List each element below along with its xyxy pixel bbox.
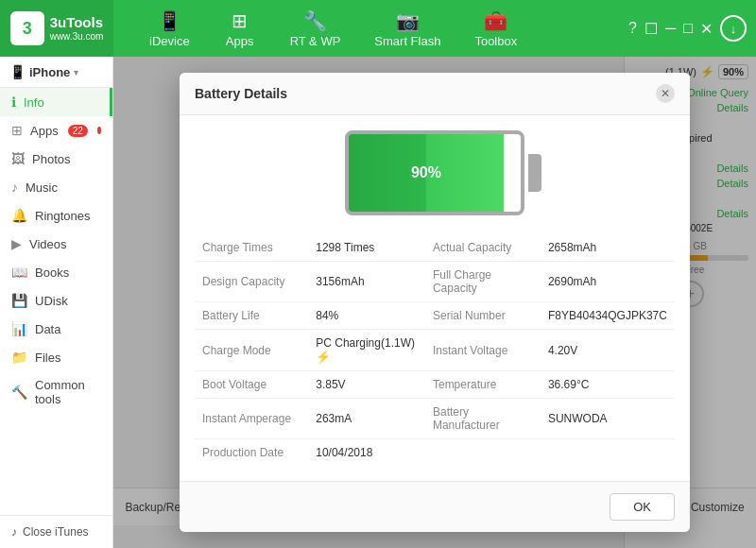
sidebar-bottom: ♪ Close iTunes <box>0 515 112 548</box>
label-empty <box>425 439 541 467</box>
nav-smartflash-label: Smart Flash <box>374 34 440 48</box>
battery-terminal <box>528 154 541 192</box>
battery-illustration: 90% <box>195 130 675 215</box>
sidebar-item-music-label: Music <box>26 180 58 195</box>
sidebar-item-common-label: Common tools <box>35 378 101 406</box>
sidebar-item-info[interactable]: ℹ Info <box>0 88 112 116</box>
phone-icon: 📱 <box>9 64 26 79</box>
table-row: Charge Times 1298 Times Actual Capacity … <box>195 234 675 262</box>
nav-rtwp-label: RT & WP <box>290 34 341 48</box>
sidebar-item-udisk-label: UDisk <box>35 294 68 308</box>
sidebar-item-photos[interactable]: 🖼 Photos <box>0 145 112 173</box>
label-design-cap: Design Capacity <box>195 262 308 302</box>
top-bar: 3 3uTools www.3u.com 📱 iDevice ⊞ Apps 🔧 … <box>0 0 756 57</box>
nav-apps-label: Apps <box>226 34 254 48</box>
help-icon[interactable]: ? <box>628 20 637 37</box>
nav-rtwp[interactable]: 🔧 RT & WP <box>273 4 358 54</box>
nav-toolbox[interactable]: 🧰 Toolbox <box>457 4 534 54</box>
battery-percentage: 90% <box>349 164 504 181</box>
modal-header: Battery Details ✕ <box>180 73 690 115</box>
sidebar-item-files-label: Files <box>35 351 60 365</box>
battery-outer: 90% <box>345 130 524 215</box>
battery-details-table: Charge Times 1298 Times Actual Capacity … <box>195 234 675 466</box>
label-amperage: Instant Amperage <box>195 399 308 439</box>
sidebar-item-photos-label: Photos <box>32 152 70 166</box>
logo-box: 3 <box>10 11 44 45</box>
val-serial: F8YB40434QGJPK37C <box>541 302 675 330</box>
label-actual-cap: Actual Capacity <box>425 234 541 262</box>
apps-icon: ⊞ <box>232 9 248 32</box>
val-empty <box>541 439 675 467</box>
sidebar-item-files[interactable]: 📁 Files <box>0 343 112 371</box>
smartflash-icon: 📷 <box>396 9 420 32</box>
logo-area: 3 3uTools www.3u.com <box>0 0 113 57</box>
val-actual-cap: 2658mAh <box>541 234 675 262</box>
chevron-down-icon: ▾ <box>74 67 78 77</box>
rtwp-icon: 🔧 <box>303 9 327 32</box>
val-charge-times: 1298 Times <box>308 234 425 262</box>
main-layout: 📱 iPhone ▾ ℹ Info ⊞ Apps 22 🖼 Photos ♪ M… <box>0 57 756 548</box>
table-row: Charge Mode PC Charging(1.1W) ⚡ Instant … <box>195 330 675 371</box>
table-row: Battery Life 84% Serial Number F8YB40434… <box>195 302 675 330</box>
minimize-icon[interactable]: ─ <box>665 20 676 37</box>
sidebar-item-apps[interactable]: ⊞ Apps 22 <box>0 116 112 145</box>
videos-icon: ▶ <box>11 236 22 251</box>
sidebar-item-ringtones[interactable]: 🔔 Ringtones <box>0 201 112 230</box>
nav-idevice-label: iDevice <box>149 34 190 48</box>
device-label: iPhone <box>29 65 70 79</box>
logo-number: 3 <box>23 19 32 39</box>
nav-items: 📱 iDevice ⊞ Apps 🔧 RT & WP 📷 Smart Flash… <box>113 4 628 54</box>
label-serial: Serial Number <box>425 302 541 330</box>
brand-name: 3uTools <box>50 14 104 31</box>
brand-url: www.3u.com <box>50 31 104 43</box>
apps-badge: 22 <box>68 125 88 137</box>
val-manufacturer: SUNWODA <box>541 399 675 439</box>
sidebar-item-books[interactable]: 📖 Books <box>0 258 112 286</box>
close-window-icon[interactable]: ✕ <box>700 20 713 38</box>
table-row: Design Capacity 3156mAh Full Charge Capa… <box>195 262 675 302</box>
label-boot-volt: Boot Voltage <box>195 371 308 399</box>
modal-close-button[interactable]: ✕ <box>656 84 675 103</box>
files-icon: 📁 <box>11 350 27 365</box>
val-design-cap: 3156mAh <box>308 262 425 302</box>
ok-button[interactable]: OK <box>610 493 675 521</box>
val-charge-mode: PC Charging(1.1W) ⚡ <box>308 330 425 371</box>
books-icon: 📖 <box>11 265 27 280</box>
maximize-icon[interactable]: □ <box>683 20 693 37</box>
val-boot-volt: 3.85V <box>308 371 425 399</box>
nav-apps[interactable]: ⊞ Apps <box>207 4 273 54</box>
sidebar-item-data[interactable]: 📊 Data <box>0 315 112 343</box>
nav-smartflash[interactable]: 📷 Smart Flash <box>357 4 457 54</box>
val-temp: 36.69°C <box>541 371 675 399</box>
device-header[interactable]: 📱 iPhone ▾ <box>0 57 112 88</box>
top-right-controls: ? ☐ ─ □ ✕ ↓ <box>628 15 756 42</box>
modal-footer: OK <box>180 481 690 532</box>
close-itunes-button[interactable]: ♪ Close iTunes <box>0 516 112 548</box>
toolbox-icon: 🧰 <box>484 9 507 32</box>
sidebar-item-common[interactable]: 🔨 Common tools <box>0 371 112 413</box>
battery-fill: 90% <box>349 134 504 212</box>
label-prod-date: Production Date <box>195 439 308 467</box>
modal-overlay: Battery Details ✕ 90% <box>113 57 756 548</box>
label-manufacturer: Battery Manufacturer <box>425 399 541 439</box>
itunes-icon: ♪ <box>11 525 17 539</box>
sidebar-item-music[interactable]: ♪ Music <box>0 173 112 201</box>
common-icon: 🔨 <box>11 385 27 400</box>
sidebar-item-info-label: Info <box>24 95 44 110</box>
nav-toolbox-label: Toolbox <box>474 34 517 48</box>
label-charge-times: Charge Times <box>195 234 308 262</box>
val-prod-date: 10/04/2018 <box>308 439 425 467</box>
sidebar-item-videos[interactable]: ▶ Videos <box>0 230 112 258</box>
sidebar-item-videos-label: Videos <box>29 237 67 251</box>
sidebar-item-udisk[interactable]: 💾 UDisk <box>0 286 112 315</box>
content-area: (1.1W) ⚡ 90% On Online Query On Details … <box>113 57 756 548</box>
bolt-icon: ⚡ <box>316 350 331 364</box>
idevice-icon: 📱 <box>158 9 181 32</box>
nav-idevice[interactable]: 📱 iDevice <box>132 4 207 54</box>
window-icon[interactable]: ☐ <box>644 20 658 38</box>
ringtones-icon: 🔔 <box>11 208 27 223</box>
download-button[interactable]: ↓ <box>720 15 747 42</box>
val-instant-volt: 4.20V <box>541 330 675 371</box>
label-battery-life: Battery Life <box>195 302 308 330</box>
sidebar-item-ringtones-label: Ringtones <box>35 209 91 223</box>
